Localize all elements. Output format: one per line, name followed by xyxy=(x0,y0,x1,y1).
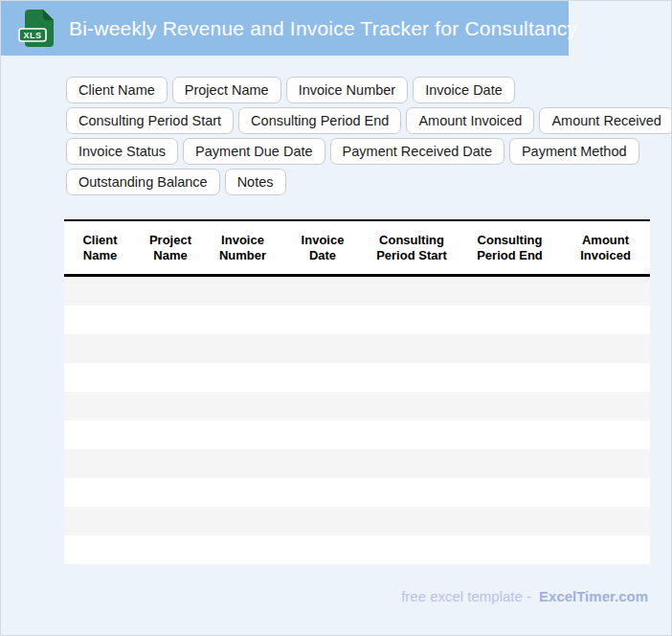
table-cell xyxy=(205,478,280,507)
field-chip-row: Invoice StatusPayment Due DatePayment Re… xyxy=(66,138,672,165)
field-chip[interactable]: Invoice Date xyxy=(413,77,515,103)
table-cell xyxy=(64,334,136,363)
table-row xyxy=(64,507,650,535)
field-chip[interactable]: Outstanding Balance xyxy=(66,169,220,195)
table-row xyxy=(64,306,650,334)
table-cell xyxy=(561,334,650,363)
field-chip-row: Client NameProject NameInvoice NumberInv… xyxy=(66,77,672,103)
table-cell xyxy=(136,334,205,363)
table-cell xyxy=(280,420,365,449)
table-header-row: ClientNameProjectNameInvoiceNumberInvoic… xyxy=(64,220,650,276)
column-header: InvoiceDate xyxy=(280,220,365,276)
table-cell xyxy=(459,478,561,507)
table-row xyxy=(64,478,650,507)
table-cell xyxy=(561,392,650,420)
table-cell xyxy=(561,507,650,535)
table-cell xyxy=(205,363,280,392)
table-cell xyxy=(459,363,561,392)
table-cell xyxy=(459,306,561,334)
table-row xyxy=(64,535,650,564)
table-cell xyxy=(64,276,136,307)
table-cell xyxy=(365,535,459,564)
table-cell xyxy=(561,478,650,507)
field-chip[interactable]: Notes xyxy=(225,169,286,195)
table-cell xyxy=(280,306,365,334)
field-chip[interactable]: Invoice Status xyxy=(66,138,178,165)
table-cell xyxy=(64,478,136,507)
table-cell xyxy=(64,449,136,478)
table-cell xyxy=(64,392,136,420)
table-cell xyxy=(136,306,205,334)
table-cell xyxy=(136,507,205,535)
table-cell xyxy=(561,420,650,449)
table-cell xyxy=(136,420,205,449)
table-cell xyxy=(280,334,365,363)
table-cell xyxy=(365,306,459,334)
table-cell xyxy=(365,478,459,507)
table-cell xyxy=(561,276,650,307)
table-cell xyxy=(64,420,136,449)
table-row xyxy=(64,363,650,392)
field-chip[interactable]: Project Name xyxy=(172,77,281,103)
table-cell xyxy=(280,535,365,564)
field-chip[interactable]: Amount Received xyxy=(539,107,672,134)
field-chip-list: Client NameProject NameInvoice NumberInv… xyxy=(66,77,672,195)
table-cell xyxy=(136,363,205,392)
title-banner: XLS Bi-weekly Revenue and Invoice Tracke… xyxy=(1,1,569,56)
table-cell xyxy=(459,535,561,564)
table-cell xyxy=(205,276,280,307)
table-cell xyxy=(64,535,136,564)
table-cell xyxy=(136,478,205,507)
table-cell xyxy=(136,392,205,420)
column-header: InvoiceNumber xyxy=(205,220,280,276)
field-chip[interactable]: Amount Invoiced xyxy=(406,107,534,134)
table-cell xyxy=(205,507,280,535)
field-chip[interactable]: Consulting Period Start xyxy=(66,107,234,134)
column-header: ClientName xyxy=(64,220,136,276)
field-chip[interactable]: Client Name xyxy=(66,77,168,103)
table-cell xyxy=(365,276,459,307)
table-cell xyxy=(280,478,365,507)
table-cell xyxy=(205,392,280,420)
table-cell xyxy=(459,334,561,363)
xls-icon-label: XLS xyxy=(23,31,41,40)
table-cell xyxy=(459,449,561,478)
table-row xyxy=(64,420,650,449)
table-cell xyxy=(459,420,561,449)
table-cell xyxy=(365,334,459,363)
column-header: AmountInvoiced xyxy=(561,220,650,276)
table-cell xyxy=(136,449,205,478)
table-cell xyxy=(205,306,280,334)
table-cell xyxy=(365,507,459,535)
table-cell xyxy=(64,363,136,392)
table-cell xyxy=(459,276,561,307)
table-cell xyxy=(205,535,280,564)
page-title: Bi-weekly Revenue and Invoice Tracker fo… xyxy=(69,17,577,40)
table-cell xyxy=(459,507,561,535)
table-cell xyxy=(64,306,136,334)
table-cell xyxy=(459,392,561,420)
table-cell xyxy=(365,420,459,449)
footer-tagline: free excel template - xyxy=(401,588,531,604)
table-cell xyxy=(205,449,280,478)
invoice-table: ClientNameProjectNameInvoiceNumberInvoic… xyxy=(64,219,650,564)
field-chip[interactable]: Consulting Period End xyxy=(238,107,401,134)
table-cell xyxy=(280,276,365,307)
column-header: ProjectName xyxy=(136,220,205,276)
table-cell xyxy=(280,507,365,535)
field-chip[interactable]: Payment Method xyxy=(509,138,639,165)
footer-brand-link[interactable]: ExcelTimer.com xyxy=(539,588,648,604)
field-chip[interactable]: Payment Due Date xyxy=(183,138,325,165)
column-header: ConsultingPeriod Start xyxy=(365,220,459,276)
table-cell xyxy=(561,535,650,564)
table-row xyxy=(64,276,650,307)
table-body xyxy=(64,276,650,565)
table-cell xyxy=(280,392,365,420)
table-row xyxy=(64,334,650,363)
table-cell xyxy=(136,535,205,564)
field-chip[interactable]: Payment Received Date xyxy=(330,138,504,165)
field-chip-row: Consulting Period StartConsulting Period… xyxy=(66,107,672,134)
table-cell xyxy=(205,334,280,363)
field-chip[interactable]: Invoice Number xyxy=(286,77,409,103)
column-header: ConsultingPeriod End xyxy=(459,220,561,276)
